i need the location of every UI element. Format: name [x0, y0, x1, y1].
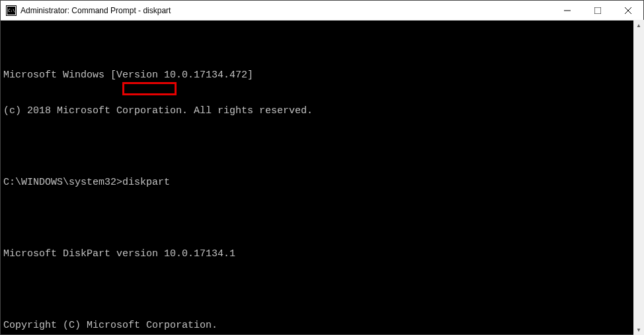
console-line: Copyright (C) Microsoft Corporation. [3, 320, 641, 332]
svg-rect-5 [594, 7, 601, 14]
close-button[interactable] [613, 1, 643, 20]
svg-text:C:\: C:\ [8, 8, 15, 13]
titlebar[interactable]: C:\ Administrator: Command Prompt - disk… [1, 1, 643, 21]
console-line [3, 141, 641, 153]
window-title: Administrator: Command Prompt - diskpart [20, 6, 552, 15]
window-controls [552, 1, 643, 20]
scroll-up-arrow-icon[interactable]: ▲ [633, 20, 644, 30]
console-line: Microsoft Windows [Version 10.0.17134.47… [3, 70, 641, 81]
prompt-path: C:\WINDOWS\system32> [3, 177, 122, 188]
console-line: C:\WINDOWS\system32>diskpart [3, 177, 641, 189]
cmd-icon: C:\ [6, 5, 17, 16]
command-prompt-window: C:\ Administrator: Command Prompt - disk… [0, 0, 644, 335]
highlight-annotation [122, 82, 177, 95]
console-line [3, 284, 641, 296]
typed-command: diskpart [122, 177, 170, 188]
vertical-scrollbar[interactable]: ▲ ▼ [633, 20, 644, 335]
minimize-button[interactable] [552, 1, 583, 20]
console-line: (c) 2018 Microsoft Corporation. All righ… [3, 105, 641, 117]
console-line: Microsoft DiskPart version 10.0.17134.1 [3, 248, 641, 260]
maximize-button[interactable] [583, 1, 613, 20]
scroll-down-arrow-icon[interactable]: ▼ [633, 324, 644, 335]
console-line [3, 213, 641, 224]
console-content: Microsoft Windows [Version 10.0.17134.47… [3, 46, 641, 334]
console-area[interactable]: Microsoft Windows [Version 10.0.17134.47… [1, 21, 643, 334]
